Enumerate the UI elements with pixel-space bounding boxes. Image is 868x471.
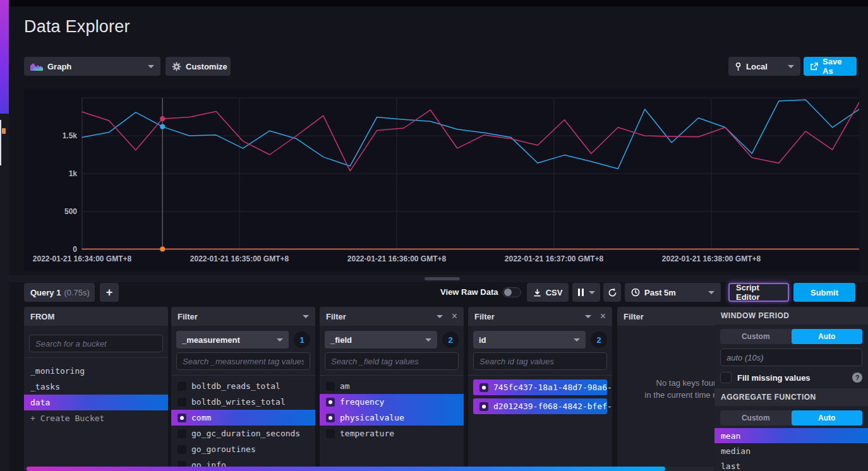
- list-item[interactable]: 745fc437-18a1-48d7-98a6-7…: [473, 379, 607, 395]
- tag-key-label: id: [479, 335, 570, 345]
- time-range-label: Past 5m: [644, 288, 704, 297]
- top-window-bar: [0, 0, 868, 6]
- filter-panel-id: Filter × id 2 745fc437-18a1-48d7-98a6-7……: [468, 307, 612, 471]
- list-item[interactable]: physicalvalue: [320, 410, 464, 426]
- time-series-chart[interactable]: 05001k1.5k2022-01-21 16:34:00 GMT+82022-…: [24, 88, 859, 271]
- panel-header: Filter ×: [320, 307, 464, 326]
- export-icon: [810, 63, 818, 71]
- collapsed-nav-sidebar[interactable]: [0, 0, 9, 471]
- view-raw-data-label: View Raw Data: [440, 287, 498, 297]
- chevron-down-icon: [574, 338, 580, 342]
- x-axis-tick-label: 2022-01-21 16:36:00 GMT+8: [347, 254, 447, 263]
- checkbox-icon: [326, 429, 335, 438]
- panel-header: Filter: [171, 307, 315, 326]
- fill-missing-values-checkbox[interactable]: [720, 372, 732, 383]
- custom-option[interactable]: Custom: [720, 329, 792, 344]
- list-item[interactable]: _tasks: [24, 379, 168, 395]
- filter-panel-field: Filter × _field 2 amfrequencyphysicalval…: [320, 307, 464, 471]
- list-item-label: am: [340, 381, 350, 391]
- nav-logo-gradient: [0, 0, 9, 114]
- org-scope-dropdown[interactable]: Local: [728, 57, 800, 76]
- visualization-type-dropdown[interactable]: Graph: [24, 57, 160, 76]
- bucket-list: _monitoring_tasksdata+ Create Bucket: [24, 358, 168, 426]
- add-query-button[interactable]: +: [100, 283, 119, 302]
- list-item[interactable]: last: [714, 458, 868, 471]
- window-period-header: WINDOW PERIOD: [714, 307, 868, 325]
- x-axis-tick-label: 2022-01-21 16:34:00 GMT+8: [33, 254, 132, 263]
- x-axis-tick-label: 2022-01-21 16:35:00 GMT+8: [190, 254, 289, 263]
- panel-title: FROM: [30, 312, 162, 321]
- list-item-label: median: [721, 446, 750, 456]
- bucket-search-input[interactable]: [29, 335, 163, 352]
- chevron-down-icon[interactable]: [437, 315, 443, 318]
- list-item[interactable]: am: [320, 378, 464, 394]
- view-raw-data-toggle[interactable]: [502, 287, 521, 297]
- nav-scroll-indicator: [0, 120, 1, 165]
- query-tab[interactable]: Query 1 (0.75s): [24, 283, 95, 302]
- clock-icon: [631, 288, 640, 297]
- script-editor-label: Script Editor: [736, 283, 781, 302]
- resize-drag-handle[interactable]: [425, 277, 460, 280]
- list-item[interactable]: go_goroutines: [171, 441, 315, 457]
- list-item[interactable]: go_gc_duration_seconds: [171, 426, 315, 441]
- tag-key-label: _field: [330, 335, 421, 345]
- save-as-button[interactable]: Save As: [804, 57, 857, 76]
- list-item[interactable]: temperature: [320, 426, 464, 441]
- list-item[interactable]: median: [714, 443, 868, 458]
- tag-key-dropdown[interactable]: _field: [325, 331, 437, 349]
- list-item[interactable]: frequency: [320, 394, 464, 410]
- download-csv-button[interactable]: CSV: [527, 283, 569, 302]
- nav-alert-icon: [2, 128, 6, 134]
- chevron-down-icon[interactable]: [303, 315, 309, 318]
- auto-option[interactable]: Auto: [792, 410, 863, 426]
- list-item-label: _monitoring: [30, 366, 85, 376]
- checkbox-icon: [326, 414, 335, 422]
- tag-value-search-input[interactable]: [473, 352, 607, 370]
- submit-button[interactable]: Submit: [793, 283, 855, 302]
- tag-key-dropdown[interactable]: id: [473, 331, 586, 349]
- list-item-label: data: [30, 398, 50, 407]
- tag-key-label: _measurement: [182, 335, 273, 345]
- customize-button[interactable]: Customize: [166, 57, 231, 76]
- chevron-down-icon: [277, 338, 283, 342]
- tag-value-search-input[interactable]: [325, 352, 459, 370]
- refresh-button[interactable]: [603, 283, 621, 302]
- tag-value-search-input[interactable]: [176, 352, 310, 370]
- panel-header: Filter ×: [468, 307, 612, 326]
- tag-key-dropdown[interactable]: _measurement: [176, 331, 289, 349]
- tag-value-list: 745fc437-18a1-48d7-98a6-7…d2012439-f068-…: [473, 376, 607, 414]
- window-period-input[interactable]: [720, 349, 862, 366]
- data-explorer-page: Data Explorer Graph Customize Local Save…: [0, 0, 868, 471]
- from-bucket-panel: FROM _monitoring_tasksdata+ Create Bucke…: [24, 307, 168, 471]
- series-line-magenta: [82, 102, 859, 171]
- chevron-down-icon: [708, 291, 714, 294]
- hover-dot-orange: [160, 247, 165, 252]
- window-period-mode-toggle: Custom Auto: [720, 329, 862, 344]
- list-item[interactable]: + Create Bucket: [24, 410, 168, 426]
- script-editor-button[interactable]: Script Editor: [728, 283, 789, 302]
- time-range-dropdown[interactable]: Past 5m: [625, 283, 721, 302]
- horizontal-scrollbar-thumb[interactable]: [27, 467, 665, 471]
- list-item[interactable]: comm: [171, 410, 315, 426]
- chevron-down-icon[interactable]: [585, 315, 591, 318]
- refresh-icon: [608, 288, 617, 297]
- pause-button[interactable]: [572, 283, 600, 302]
- auto-option[interactable]: Auto: [792, 329, 863, 344]
- list-item[interactable]: boltdb_reads_total: [171, 378, 315, 394]
- custom-option[interactable]: Custom: [720, 410, 792, 426]
- list-item[interactable]: d2012439-f068-4842-bfef-8…: [473, 398, 607, 414]
- panel-title: Filter: [326, 312, 431, 321]
- list-item[interactable]: data: [24, 395, 168, 410]
- list-item[interactable]: _monitoring: [24, 363, 168, 379]
- list-item[interactable]: mean: [714, 428, 868, 443]
- help-icon[interactable]: [852, 373, 862, 383]
- tag-value-list: boltdb_reads_totalboltdb_writes_totalcom…: [171, 376, 315, 471]
- close-icon[interactable]: ×: [600, 311, 606, 321]
- checkbox-icon: [326, 398, 335, 407]
- panel-title: Filter: [178, 312, 298, 321]
- chevron-down-icon: [425, 338, 431, 342]
- checkbox-icon: [178, 382, 186, 391]
- list-item[interactable]: boltdb_writes_total: [171, 394, 315, 410]
- query-options-panel: WINDOW PERIOD Custom Auto Fill missing v…: [714, 307, 868, 471]
- close-icon[interactable]: ×: [452, 311, 457, 321]
